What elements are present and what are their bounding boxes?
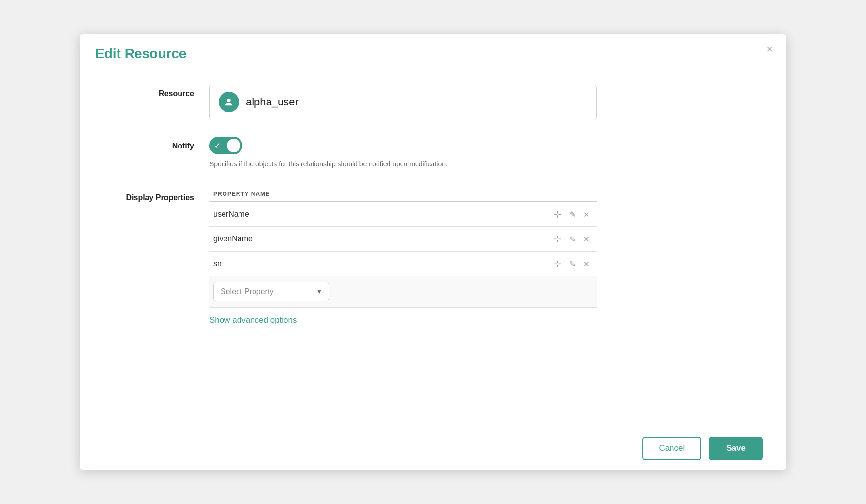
edit-icon: ✎ [569,260,576,268]
property-name-cell: givenName [209,227,543,252]
modal-body: Resource alpha_user Notify [80,69,786,427]
remove-icon: ✕ [583,235,590,243]
close-button[interactable]: × [766,44,773,55]
edit-icon: ✎ [569,235,576,243]
move-icon: ⊹ [554,209,561,219]
modal-header: Edit Resource × [80,34,786,69]
remove-icon: ✕ [583,210,590,219]
move-button[interactable]: ⊹ [551,208,564,221]
user-icon [224,97,234,107]
table-row: sn ⊹ ✎ ✕ [209,252,597,276]
edit-button[interactable]: ✎ [567,234,579,245]
property-name-cell: userName [209,202,543,227]
resource-avatar [219,92,239,112]
notify-label: Notify [103,137,209,150]
property-actions-cell: ⊹ ✎ ✕ [543,252,597,276]
show-advanced-button[interactable]: Show advanced options [209,315,297,325]
toggle-thumb [227,139,240,152]
remove-button[interactable]: ✕ [581,259,593,269]
resource-input-box: alpha_user [209,85,597,119]
edit-resource-modal: Edit Resource × Resource alpha_user [80,34,786,470]
select-property-placeholder: Select Property [221,287,273,296]
property-name-cell: sn [209,252,543,276]
notify-description: Specifies if the objects for this relati… [209,159,461,169]
remove-button[interactable]: ✕ [581,209,593,220]
select-property-cell: Select Property ▼ [209,276,597,308]
select-property-dropdown[interactable]: Select Property ▼ [213,282,329,301]
edit-button[interactable]: ✎ [567,258,579,269]
move-button[interactable]: ⊹ [551,257,564,270]
notify-row: Notify ✓ Specifies if the objects for th… [103,137,763,169]
property-name-header: PROPERTY NAME [209,187,543,202]
table-row: givenName ⊹ ✎ ✕ [209,227,597,252]
save-button[interactable]: Save [709,437,763,460]
edit-button[interactable]: ✎ [567,209,579,220]
resource-row: Resource alpha_user [103,85,763,119]
svg-point-0 [227,99,230,102]
property-actions-cell: ⊹ ✎ ✕ [543,202,597,227]
move-icon: ⊹ [554,234,561,244]
table-header-row: PROPERTY NAME [209,187,597,202]
actions-header [543,187,597,202]
notify-control: ✓ Specifies if the objects for this rela… [209,137,763,169]
check-icon: ✓ [214,142,220,149]
modal-footer: Cancel Save [80,427,786,470]
select-property-row: Select Property ▼ [209,276,597,308]
table-row: userName ⊹ ✎ ✕ [209,202,597,227]
properties-table: PROPERTY NAME userName ⊹ ✎ ✕ [209,187,597,308]
resource-label: Resource [103,85,209,98]
notify-toggle[interactable]: ✓ [209,137,242,154]
remove-icon: ✕ [583,260,590,268]
modal-title: Edit Resource [95,46,771,61]
display-properties-label: Display Properties [103,187,209,202]
edit-icon: ✎ [569,210,576,219]
resource-control: alpha_user [209,85,763,119]
display-properties-row: Display Properties PROPERTY NAME userNam… [103,187,763,325]
toggle-track: ✓ [209,137,242,154]
display-properties-control: PROPERTY NAME userName ⊹ ✎ ✕ [209,187,763,325]
remove-button[interactable]: ✕ [581,234,593,245]
move-icon: ⊹ [554,259,561,268]
cancel-button[interactable]: Cancel [642,437,701,460]
chevron-down-icon: ▼ [316,288,322,295]
move-button[interactable]: ⊹ [551,233,564,245]
resource-name-text: alpha_user [246,96,299,108]
property-actions-cell: ⊹ ✎ ✕ [543,227,597,252]
